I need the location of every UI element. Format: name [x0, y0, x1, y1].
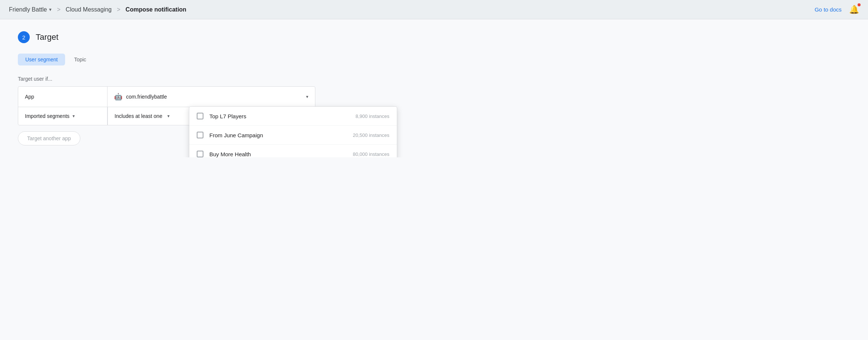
checkbox-from-june-campaign[interactable] [197, 132, 203, 138]
target-condition-label: Target user if... [18, 76, 428, 82]
tab-user-segment[interactable]: User segment [18, 54, 65, 65]
step-number-badge: 2 [18, 31, 30, 43]
app-row: App 🤖 com.friendlybattle ▾ [18, 87, 315, 107]
breadcrumb-separator-1: > [57, 6, 60, 13]
app-dropdown-arrow-icon: ▾ [306, 94, 308, 99]
breadcrumb-separator-2: > [117, 6, 120, 13]
checkbox-top-l7-players[interactable] [197, 113, 203, 119]
app-name-label: Friendly Battle [9, 6, 47, 13]
target-another-app-button[interactable]: Target another app [18, 131, 80, 145]
checkbox-buy-more-health[interactable] [197, 151, 203, 157]
target-tabs: User segment Topic [18, 54, 428, 65]
app-row-value[interactable]: 🤖 com.friendlybattle ▾ [107, 87, 315, 107]
dropdown-item-from-june-campaign[interactable]: From June Campaign 20,500 instances [189, 126, 397, 145]
tab-topic[interactable]: Topic [67, 54, 94, 65]
app-row-label: App [18, 87, 107, 107]
segment-count-from-june-campaign: 20,500 instances [353, 132, 389, 138]
segment-count-top-l7-players: 8,900 instances [356, 113, 389, 119]
breadcrumb: Friendly Battle ▾ > Cloud Messaging > Co… [9, 6, 186, 13]
main-content: 2 Target User segment Topic Target user … [0, 19, 446, 157]
segment-count-buy-more-health: 80,000 instances [353, 151, 389, 157]
condition-dropdown-arrow-icon: ▾ [167, 113, 170, 119]
conditions-wrapper: App 🤖 com.friendlybattle ▾ Imported segm… [18, 86, 428, 125]
app-id-value: com.friendlybattle [126, 94, 167, 100]
segments-row-label: Imported segments ▾ [18, 107, 107, 125]
go-to-docs-link[interactable]: Go to docs [814, 6, 842, 13]
step-header: 2 Target [18, 31, 428, 43]
product-label: Cloud Messaging [66, 6, 112, 13]
notifications-bell-icon[interactable]: 🔔 [849, 5, 859, 15]
segment-label-buy-more-health: Buy More Health [209, 151, 353, 157]
segment-label-top-l7-players: Top L7 Players [209, 113, 356, 119]
app-chevron-icon: ▾ [49, 7, 52, 12]
top-navigation: Friendly Battle ▾ > Cloud Messaging > Co… [0, 0, 868, 19]
notification-badge [858, 3, 861, 6]
step-title: Target [36, 32, 58, 42]
imported-segments-label: Imported segments [25, 113, 70, 119]
app-name[interactable]: Friendly Battle ▾ [9, 6, 52, 13]
includes-at-least-one-label: Includes at least one [115, 113, 162, 119]
page-title: Compose notification [126, 6, 187, 13]
segment-dropdown-overlay: Top L7 Players 8,900 instances From June… [189, 106, 397, 157]
segment-label-from-june-campaign: From June Campaign [209, 132, 353, 138]
segments-dropdown-arrow-icon: ▾ [73, 113, 75, 119]
dropdown-item-top-l7-players[interactable]: Top L7 Players 8,900 instances [189, 107, 397, 126]
dropdown-item-buy-more-health[interactable]: Buy More Health 80,000 instances [189, 145, 397, 157]
android-icon: 🤖 [114, 93, 122, 101]
topnav-right: Go to docs 🔔 [814, 5, 859, 15]
